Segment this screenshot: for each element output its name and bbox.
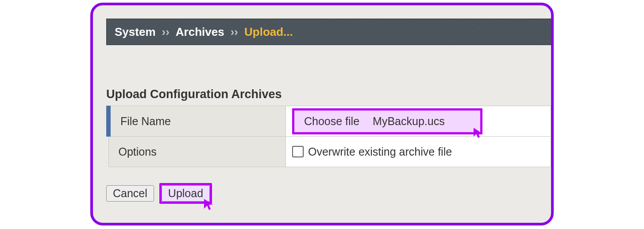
cursor-icon [472,127,483,139]
breadcrumb-current: Upload... [244,25,293,39]
cancel-button[interactable]: Cancel [106,185,154,202]
breadcrumb: System ›› Archives ›› Upload... [106,19,551,45]
file-name-label: File Name [111,115,285,128]
breadcrumb-system[interactable]: System [115,25,156,39]
row-file-name: File Name Choose file MyBackup.ucs [108,106,551,137]
section-title: Upload Configuration Archives [106,88,551,101]
row-options: Options Overwrite existing archive file [108,137,551,167]
breadcrumb-separator-icon: ›› [231,25,238,39]
upload-button-highlight: Upload [159,183,212,204]
options-label: Options [109,145,286,158]
breadcrumb-archives[interactable]: Archives [176,25,224,39]
choose-file-label: Choose file [304,115,359,128]
cursor-icon [203,198,214,211]
upload-form-table: File Name Choose file MyBackup.ucs Optio… [106,106,551,167]
overwrite-label: Overwrite existing archive file [308,145,452,158]
breadcrumb-separator-icon: ›› [162,25,170,39]
overwrite-checkbox[interactable] [292,146,304,157]
action-bar: Cancel Upload [106,183,551,204]
chosen-file-name: MyBackup.ucs [373,115,445,128]
choose-file-button[interactable]: Choose file MyBackup.ucs [292,108,482,134]
upload-panel: System ›› Archives ›› Upload... Upload C… [90,3,554,225]
